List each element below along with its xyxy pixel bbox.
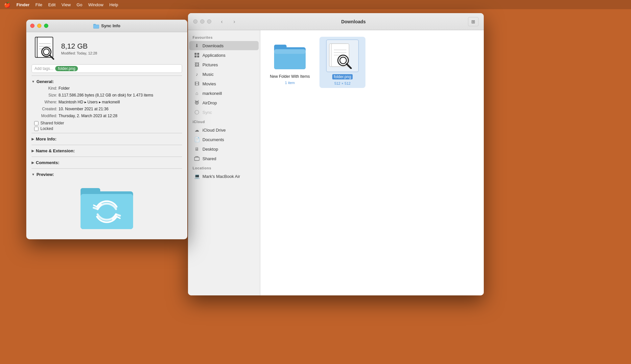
window-menu[interactable]: Window	[88, 2, 103, 7]
size-label: Size:	[34, 92, 57, 98]
apple-menu[interactable]: 🍎	[4, 2, 11, 8]
shared-icon	[194, 156, 200, 161]
macbook-icon: 💻	[194, 173, 200, 179]
tag-badge: folder.png	[55, 66, 78, 71]
sidebar-item-sync[interactable]: Sync	[189, 108, 259, 117]
applications-icon	[194, 52, 200, 58]
general-section-header[interactable]: ▼ General:	[32, 78, 182, 85]
edit-menu[interactable]: Edit	[48, 2, 56, 7]
finder-minimize-button[interactable]	[200, 19, 204, 24]
documents-icon: 📄	[194, 137, 200, 142]
forward-button[interactable]: ›	[230, 17, 239, 26]
more-info-arrow-icon: ▶	[32, 137, 34, 141]
view-menu[interactable]: View	[61, 2, 71, 7]
locations-label: Locations	[188, 163, 260, 171]
sidebar-item-icloud-drive[interactable]: ☁ iCloud Drive	[189, 125, 259, 135]
icloud-drive-icon: ☁	[194, 127, 200, 133]
folder-icon	[273, 39, 306, 72]
preview-section-header[interactable]: ▼ Preview:	[32, 171, 182, 178]
sidebar-item-applications[interactable]: Applications	[189, 51, 259, 60]
folder-meta: 1 item	[285, 81, 295, 85]
finder-content: Favourites ⬇ Downloads Applications 🖼 Pi…	[188, 30, 484, 295]
preview-folder-icon	[79, 182, 135, 231]
sidebar-label-macbook: Mark's MacBook Air	[202, 174, 240, 179]
info-file-icon	[32, 35, 58, 62]
info-titlebar: Sync Info	[26, 20, 187, 32]
add-tags-label: Add tags...	[35, 66, 53, 71]
modified-row: Modified: Thursday, 2. March 2023 at 12:…	[34, 113, 182, 119]
go-menu[interactable]: Go	[77, 2, 82, 7]
sidebar-item-music[interactable]: ♪ Music	[189, 70, 259, 79]
finder-title: Downloads	[242, 19, 465, 24]
document-search-icon	[33, 35, 57, 62]
sidebar-label-downloads: Downloads	[202, 43, 223, 48]
svg-rect-13	[81, 194, 133, 229]
folder-svg	[273, 42, 306, 70]
svg-rect-20	[195, 157, 199, 161]
locked-checkbox[interactable]	[34, 127, 38, 131]
main-content-area: New Folder With Items 1 item	[260, 30, 484, 295]
sidebar-item-documents[interactable]: 📄 Documents	[189, 135, 259, 144]
sidebar-label-shared: Shared	[202, 156, 216, 161]
svg-rect-14	[195, 53, 197, 55]
sidebar-item-shared[interactable]: Shared	[189, 154, 259, 163]
sidebar-label-documents: Documents	[202, 137, 224, 142]
maximize-button[interactable]	[44, 24, 48, 28]
sidebar-label-markoneill: markoneill	[202, 91, 222, 96]
help-menu[interactable]: Help	[109, 2, 118, 7]
size-value: 8.117.586.286 bytes (8,12 GB on disk) fo…	[58, 92, 182, 98]
user-icon: ⌂	[194, 90, 200, 96]
view-options-button[interactable]: ⊞	[468, 17, 479, 26]
close-button[interactable]	[30, 24, 35, 28]
sidebar-item-movies[interactable]: 🎞 Movies	[189, 79, 259, 88]
sidebar-label-movies: Movies	[202, 81, 216, 86]
file-item-folder-png[interactable]: folder.png 512 × 512	[319, 37, 365, 88]
finder-menu[interactable]: Finder	[16, 2, 30, 7]
svg-rect-24	[274, 49, 306, 54]
file-menu[interactable]: File	[35, 2, 42, 7]
sidebar-item-airdrop[interactable]: AirDrop	[189, 98, 259, 107]
info-title: Sync Info	[93, 23, 121, 29]
sidebar-item-markoneill[interactable]: ⌂ markoneill	[189, 89, 259, 98]
preview-arrow-icon: ▼	[32, 173, 35, 176]
sidebar: Favourites ⬇ Downloads Applications 🖼 Pi…	[188, 30, 260, 295]
finder-traffic-lights	[193, 19, 211, 24]
svg-point-31	[340, 57, 346, 64]
finder-maximize-button[interactable]	[207, 19, 211, 24]
sidebar-item-macbook[interactable]: 💻 Mark's MacBook Air	[189, 172, 259, 181]
svg-rect-2	[94, 25, 99, 28]
more-info-section[interactable]: ▶ More Info:	[32, 135, 182, 143]
back-button[interactable]: ‹	[217, 17, 226, 26]
name-extension-arrow-icon: ▶	[32, 149, 34, 153]
sidebar-label-applications: Applications	[202, 53, 225, 58]
folder-name: New Folder With Items	[270, 74, 310, 79]
created-label: Created:	[34, 106, 57, 112]
svg-rect-15	[197, 53, 199, 55]
finder-close-button[interactable]	[193, 19, 198, 24]
sync-icon	[194, 109, 200, 115]
minimize-button[interactable]	[37, 24, 41, 28]
where-row: Where: Macintosh HD ▸ Users ▸ markoneill	[34, 99, 182, 105]
sidebar-label-airdrop: AirDrop	[202, 100, 217, 105]
info-header: 8,12 GB Modified: Today, 12:28	[32, 35, 182, 62]
shared-folder-checkbox[interactable]	[34, 121, 38, 125]
sidebar-item-pictures[interactable]: 🖼 Pictures	[189, 60, 259, 69]
shared-folder-label: Shared folder	[40, 121, 64, 125]
sidebar-label-pictures: Pictures	[202, 62, 218, 67]
sidebar-item-desktop[interactable]: 🖥 Desktop	[189, 144, 259, 154]
sidebar-item-downloads[interactable]: ⬇ Downloads	[189, 41, 259, 50]
info-body: 8,12 GB Modified: Today, 12:28 Add tags.…	[26, 32, 187, 239]
finder-window: ‹ › Downloads ⊞ Favourites ⬇ Downloads A…	[188, 13, 484, 295]
file-item-new-folder[interactable]: New Folder With Items 1 item	[267, 37, 313, 88]
movies-icon: 🎞	[194, 81, 200, 87]
name-extension-section[interactable]: ▶ Name & Extension:	[32, 147, 182, 155]
sidebar-label-sync: Sync	[202, 110, 212, 115]
music-icon: ♪	[194, 71, 200, 77]
folder-title-icon	[93, 23, 99, 29]
desktop-icon: 🖥	[194, 146, 200, 152]
svg-rect-16	[195, 55, 197, 57]
doc-search-svg	[328, 43, 357, 69]
favourites-label: Favourites	[188, 33, 260, 41]
info-tags-row[interactable]: Add tags... folder.png	[32, 64, 182, 73]
comments-section[interactable]: ▶ Comments:	[32, 159, 182, 166]
